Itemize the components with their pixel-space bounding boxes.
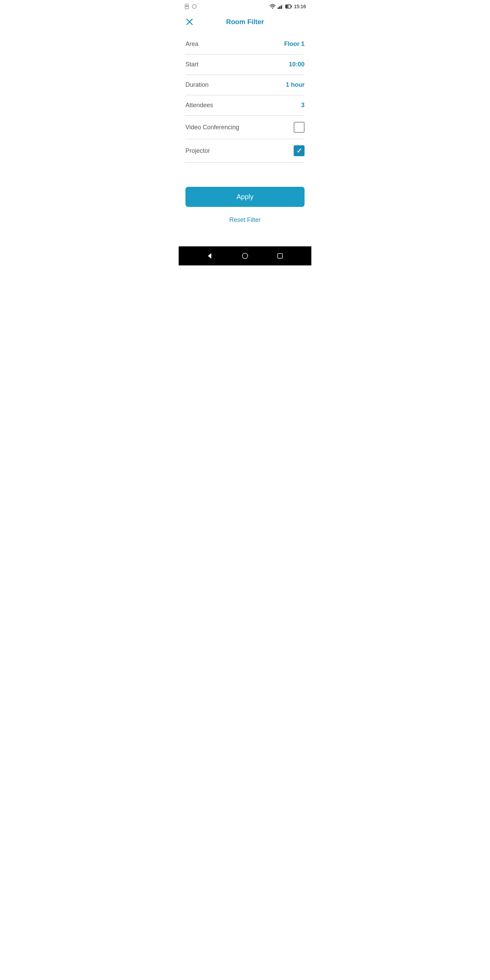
close-icon: [185, 18, 194, 26]
svg-marker-13: [208, 253, 211, 259]
svg-rect-15: [278, 253, 282, 258]
back-nav-button[interactable]: [202, 248, 218, 264]
bottom-nav-bar: [179, 247, 311, 266]
svg-rect-6: [281, 5, 282, 9]
video-conferencing-checkbox[interactable]: [294, 122, 305, 133]
back-icon: [207, 253, 213, 259]
status-right-icons: 15:16: [269, 4, 306, 9]
recent-icon: [277, 253, 283, 259]
home-icon: [242, 253, 248, 259]
svg-point-2: [192, 5, 196, 8]
sim-icon: [184, 4, 189, 9]
filter-label-start: Start: [185, 61, 198, 68]
svg-rect-7: [282, 5, 283, 9]
apply-button[interactable]: Apply: [185, 187, 305, 207]
svg-rect-1: [186, 5, 188, 7]
status-bar: 15:16: [179, 0, 311, 12]
filter-row-area[interactable]: Area Floor 1: [185, 34, 305, 54]
filter-row-projector[interactable]: Projector ✓: [185, 139, 305, 163]
filter-label-duration: Duration: [185, 81, 208, 89]
close-button[interactable]: [184, 16, 195, 27]
circle-icon: [192, 4, 197, 9]
filter-row-attendees[interactable]: Attendees 3: [185, 95, 305, 116]
filter-row-video[interactable]: Video Conferencing: [185, 116, 305, 139]
svg-point-3: [272, 8, 273, 9]
status-time: 15:16: [294, 4, 306, 9]
filter-label-video: Video Conferencing: [185, 124, 239, 131]
filter-value-start: 10:00: [289, 61, 305, 68]
battery-icon: [285, 4, 292, 9]
home-nav-button[interactable]: [237, 248, 253, 264]
filter-row-start[interactable]: Start 10:00: [185, 54, 305, 75]
wifi-icon: [269, 4, 275, 9]
svg-point-14: [242, 253, 248, 259]
buttons-area: Apply Reset Filter: [179, 177, 311, 232]
status-left-icons: [184, 4, 197, 9]
svg-rect-9: [291, 6, 292, 8]
recent-nav-button[interactable]: [272, 248, 288, 264]
filter-value-attendees: 3: [301, 102, 305, 109]
filter-value-duration: 1 hour: [286, 81, 305, 89]
page-header: Room Filter: [179, 12, 311, 31]
filter-value-area: Floor 1: [284, 40, 305, 48]
filter-row-duration[interactable]: Duration 1 hour: [185, 75, 305, 95]
projector-checkbox[interactable]: ✓: [294, 145, 305, 156]
reset-filter-button[interactable]: Reset Filter: [185, 214, 305, 226]
filter-label-attendees: Attendees: [185, 102, 213, 109]
signal-icon: [278, 4, 283, 9]
filter-label-area: Area: [185, 40, 198, 48]
svg-rect-5: [279, 6, 280, 9]
filter-list: Area Floor 1 Start 10:00 Duration 1 hour…: [179, 31, 311, 177]
page-title: Room Filter: [226, 18, 264, 26]
filter-label-projector: Projector: [185, 147, 210, 154]
checkmark-icon: ✓: [296, 147, 302, 154]
svg-rect-4: [278, 8, 279, 9]
